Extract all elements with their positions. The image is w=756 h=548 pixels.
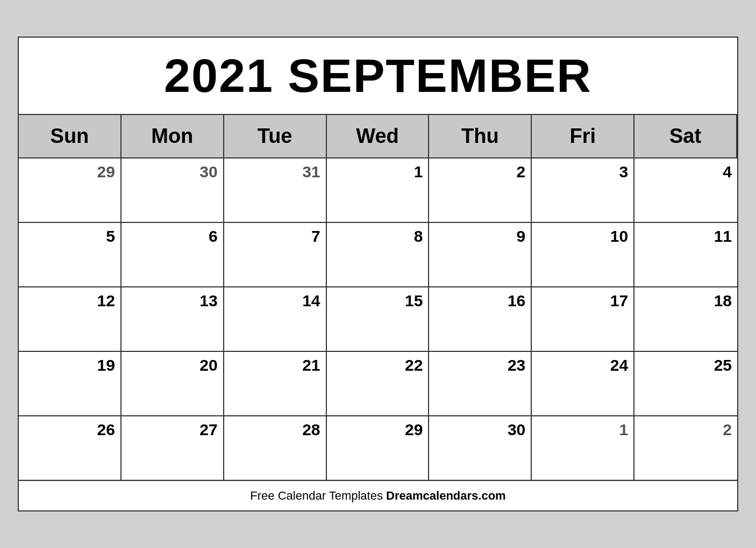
calendar-day-cell[interactable]: 1	[532, 416, 634, 481]
calendar-day-cell[interactable]: 29	[327, 416, 430, 481]
calendar-day-cell[interactable]: 27	[122, 416, 224, 481]
calendar-day-cell[interactable]: 19	[19, 352, 122, 416]
day-of-week-header: Tue	[224, 115, 327, 158]
calendar-day-cell[interactable]: 20	[122, 352, 224, 416]
calendar-day-cell[interactable]: 28	[224, 416, 327, 481]
calendar-day-cell[interactable]: 16	[429, 287, 532, 352]
footer-text-normal: Free Calendar Templates	[250, 489, 386, 502]
calendar-day-cell[interactable]: 6	[122, 223, 224, 287]
day-of-week-header: Mon	[122, 115, 224, 158]
calendar-day-cell[interactable]: 30	[429, 416, 532, 481]
calendar-day-cell[interactable]: 10	[532, 223, 634, 287]
day-of-week-header: Thu	[429, 115, 532, 158]
calendar-day-cell[interactable]: 21	[224, 352, 327, 416]
calendar-day-cell[interactable]: 11	[634, 223, 737, 287]
calendar-footer: Free Calendar Templates Dreamcalendars.c…	[19, 481, 737, 510]
calendar-day-cell[interactable]: 30	[122, 158, 224, 223]
calendar-day-cell[interactable]: 29	[19, 158, 122, 223]
calendar-day-cell[interactable]: 5	[19, 223, 122, 287]
calendar-header: 2021 SEPTEMBER	[19, 38, 737, 115]
calendar-day-cell[interactable]: 7	[224, 223, 327, 287]
day-of-week-header: Wed	[327, 115, 430, 158]
calendar-day-cell[interactable]: 18	[634, 287, 737, 352]
calendar-day-cell[interactable]: 4	[634, 158, 737, 223]
day-of-week-header: Fri	[532, 115, 634, 158]
calendar-grid: SunMonTueWedThuFriSat2930311234567891011…	[19, 115, 737, 481]
calendar-day-cell[interactable]: 1	[327, 158, 430, 223]
calendar-title: 2021 SEPTEMBER	[24, 48, 732, 103]
day-of-week-header: Sun	[19, 115, 122, 158]
calendar-day-cell[interactable]: 26	[19, 416, 122, 481]
day-of-week-header: Sat	[634, 115, 737, 158]
calendar-day-cell[interactable]: 8	[327, 223, 430, 287]
calendar-day-cell[interactable]: 31	[224, 158, 327, 223]
calendar-day-cell[interactable]: 15	[327, 287, 430, 352]
calendar-day-cell[interactable]: 2	[634, 416, 737, 481]
calendar-day-cell[interactable]: 13	[122, 287, 224, 352]
calendar-day-cell[interactable]: 17	[532, 287, 634, 352]
calendar-day-cell[interactable]: 24	[532, 352, 634, 416]
calendar-day-cell[interactable]: 9	[429, 223, 532, 287]
calendar-day-cell[interactable]: 12	[19, 287, 122, 352]
calendar-day-cell[interactable]: 25	[634, 352, 737, 416]
calendar-day-cell[interactable]: 14	[224, 287, 327, 352]
calendar-day-cell[interactable]: 23	[429, 352, 532, 416]
calendar-day-cell[interactable]: 22	[327, 352, 430, 416]
calendar-day-cell[interactable]: 2	[429, 158, 532, 223]
calendar-day-cell[interactable]: 3	[532, 158, 634, 223]
calendar: 2021 SEPTEMBER SunMonTueWedThuFriSat2930…	[18, 37, 738, 511]
footer-text-bold: Dreamcalendars.com	[386, 489, 506, 502]
